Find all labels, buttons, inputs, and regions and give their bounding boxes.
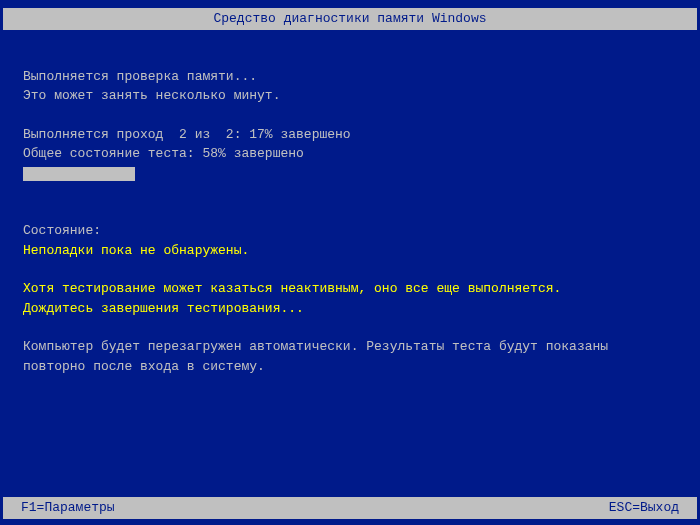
restart-info-line1: Компьютер будет перезагружен автоматичес…	[23, 337, 677, 357]
inactive-warning-line: Хотя тестирование может казаться неактив…	[23, 279, 677, 299]
status-no-problems: Неполадки пока не обнаружены.	[23, 241, 677, 261]
memory-diagnostic-screen: Средство диагностики памяти Windows Выпо…	[0, 0, 700, 525]
overall-progress-line: Общее состояние теста: 58% завершено	[23, 144, 677, 164]
app-title: Средство диагностики памяти Windows	[213, 11, 486, 26]
progress-bar-row	[23, 164, 677, 184]
f1-options-hint[interactable]: F1=Параметры	[21, 498, 115, 518]
footer-bar: F1=Параметры ESC=Выход	[3, 497, 697, 520]
esc-exit-hint[interactable]: ESC=Выход	[609, 498, 679, 518]
pass-progress-line: Выполняется проход 2 из 2: 17% завершено	[23, 125, 677, 145]
content-area: Выполняется проверка памяти... Это может…	[3, 30, 697, 377]
restart-info-line2: повторно после входа в систему.	[23, 357, 677, 377]
checking-memory-line: Выполняется проверка памяти...	[23, 67, 677, 87]
wait-complete-line: Дождитесь завершения тестирования...	[23, 299, 677, 319]
progress-bar-fill	[23, 167, 135, 181]
title-bar: Средство диагностики памяти Windows	[3, 8, 697, 30]
status-label: Состояние:	[23, 221, 677, 241]
wait-minutes-line: Это может занять несколько минут.	[23, 86, 677, 106]
